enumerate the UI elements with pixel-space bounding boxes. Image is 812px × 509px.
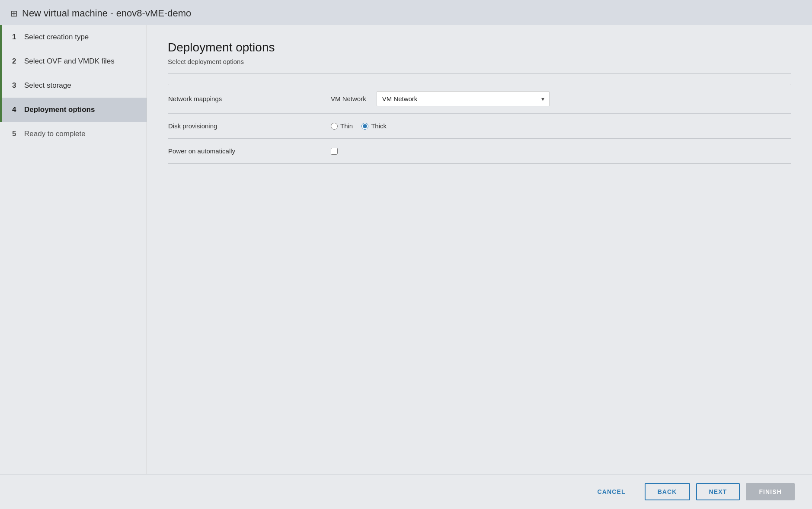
thick-radio[interactable]: [361, 123, 368, 130]
form-table: Network mappings VM Network VM Network: [168, 84, 791, 164]
power-on-checkbox[interactable]: [331, 148, 338, 155]
power-on-checkbox-wrapper: [331, 148, 784, 155]
next-button[interactable]: NEXT: [696, 483, 740, 500]
page-subtitle: Select deployment options: [168, 58, 791, 65]
step-1-number: 1: [12, 33, 20, 41]
power-on-value: [324, 139, 791, 164]
footer: CANCEL BACK NEXT FINISH: [0, 474, 812, 509]
step-4-label: Deployment options: [24, 105, 95, 114]
step-4-number: 4: [12, 105, 20, 114]
network-mappings-label: Network mappings: [168, 84, 324, 114]
title-bar: ⊞ New virtual machine - enov8-vME-demo: [0, 0, 812, 25]
cancel-button[interactable]: CANCEL: [585, 483, 639, 500]
sidebar-item-ready-to-complete[interactable]: 5 Ready to complete: [0, 122, 147, 146]
step-3-number: 3: [12, 81, 20, 90]
network-mappings-row: Network mappings VM Network VM Network: [168, 84, 791, 114]
step-5-number: 5: [12, 130, 20, 138]
main-container: 1 Select creation type 2 Select OVF and …: [0, 25, 812, 474]
vm-network-label: VM Network: [331, 95, 366, 102]
disk-provisioning-radio-group: Thin Thick: [331, 122, 784, 130]
content-area: Deployment options Select deployment opt…: [147, 25, 812, 474]
thin-radio[interactable]: [331, 123, 338, 130]
disk-provisioning-label: Disk provisioning: [168, 114, 324, 139]
sidebar-item-select-creation-type[interactable]: 1 Select creation type: [0, 25, 147, 49]
sidebar-item-select-ovf[interactable]: 2 Select OVF and VMDK files: [0, 49, 147, 73]
thick-label: Thick: [371, 122, 387, 130]
form-section: Network mappings VM Network VM Network: [168, 84, 791, 164]
thin-option[interactable]: Thin: [331, 122, 353, 130]
vm-network-select-wrapper: VM Network: [377, 91, 550, 106]
thick-option[interactable]: Thick: [361, 122, 387, 130]
window-title: New virtual machine - enov8-vME-demo: [22, 8, 191, 19]
sidebar-item-select-storage[interactable]: 3 Select storage: [0, 73, 147, 98]
disk-provisioning-value: Thin Thick: [324, 114, 791, 139]
step-5-label: Ready to complete: [24, 130, 86, 138]
network-mappings-value: VM Network VM Network: [324, 84, 791, 114]
sidebar-item-deployment-options[interactable]: 4 Deployment options: [0, 98, 147, 122]
power-on-label: Power on automatically: [168, 139, 324, 164]
step-1-label: Select creation type: [24, 33, 89, 41]
power-on-row: Power on automatically: [168, 139, 791, 164]
step-2-number: 2: [12, 57, 20, 66]
section-divider: [168, 73, 791, 73]
back-button[interactable]: BACK: [645, 483, 690, 500]
step-2-label: Select OVF and VMDK files: [24, 57, 115, 66]
disk-provisioning-row: Disk provisioning Thin Thick: [168, 114, 791, 139]
vm-network-select[interactable]: VM Network: [377, 91, 550, 106]
thin-label: Thin: [340, 122, 353, 130]
finish-button[interactable]: FINISH: [746, 483, 795, 500]
page-title: Deployment options: [168, 41, 791, 54]
sidebar: 1 Select creation type 2 Select OVF and …: [0, 25, 147, 474]
vm-icon: ⊞: [10, 8, 18, 19]
step-3-label: Select storage: [24, 81, 71, 90]
